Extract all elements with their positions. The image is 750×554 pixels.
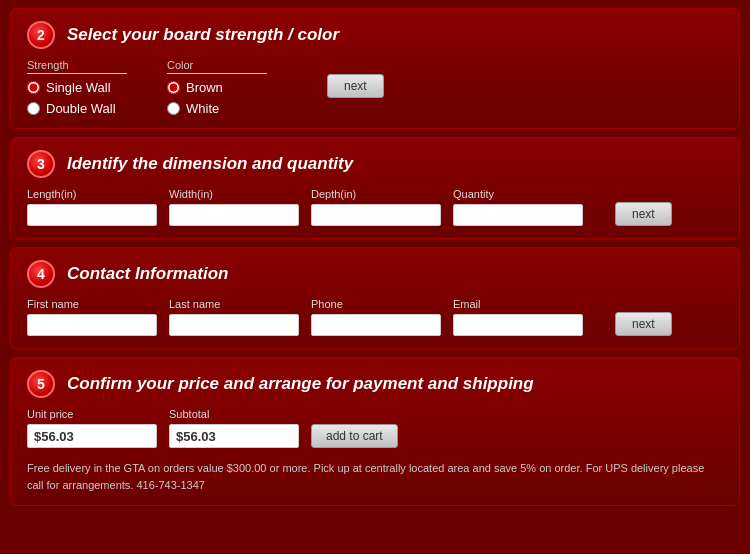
quantity-label: Quantity xyxy=(453,188,583,200)
section-5: 5 Confirm your price and arrange for pay… xyxy=(10,357,740,506)
section-3-next-button[interactable]: next xyxy=(615,202,672,226)
color-white-option[interactable]: White xyxy=(167,101,267,116)
subtotal-input[interactable] xyxy=(169,424,299,448)
depth-input[interactable] xyxy=(311,204,441,226)
firstname-input[interactable] xyxy=(27,314,157,336)
subtotal-group: Subtotal xyxy=(169,408,299,448)
section-2-header: 2 Select your board strength / color xyxy=(27,21,723,49)
color-white-radio[interactable] xyxy=(167,102,180,115)
section-4-fields: First name Last name Phone Email next xyxy=(27,298,723,336)
add-to-cart-button[interactable]: add to cart xyxy=(311,424,398,448)
section-4-title: Contact Information xyxy=(67,264,229,284)
lastname-label: Last name xyxy=(169,298,299,310)
step-badge-5: 5 xyxy=(27,370,55,398)
section-3: 3 Identify the dimension and quantity Le… xyxy=(10,137,740,239)
strength-double-wall-radio[interactable] xyxy=(27,102,40,115)
depth-field-group: Depth(in) xyxy=(311,188,441,226)
length-input[interactable] xyxy=(27,204,157,226)
section-4-header: 4 Contact Information xyxy=(27,260,723,288)
section-4-next-container: next xyxy=(595,312,672,336)
add-to-cart-container: add to cart xyxy=(311,424,398,448)
phone-field-group: Phone xyxy=(311,298,441,336)
color-brown-radio[interactable] xyxy=(167,81,180,94)
length-field-group: Length(in) xyxy=(27,188,157,226)
step-badge-2: 2 xyxy=(27,21,55,49)
unit-price-label: Unit price xyxy=(27,408,157,420)
firstname-label: First name xyxy=(27,298,157,310)
section-4-next-button[interactable]: next xyxy=(615,312,672,336)
strength-double-wall-option[interactable]: Double Wall xyxy=(27,101,127,116)
section-2-next-container: next xyxy=(307,59,384,116)
strength-single-wall-radio[interactable] xyxy=(27,81,40,94)
quantity-field-group: Quantity xyxy=(453,188,583,226)
length-label: Length(in) xyxy=(27,188,157,200)
color-label: Color xyxy=(167,59,267,74)
step-badge-4: 4 xyxy=(27,260,55,288)
lastname-input[interactable] xyxy=(169,314,299,336)
section-4: 4 Contact Information First name Last na… xyxy=(10,247,740,349)
width-label: Width(in) xyxy=(169,188,299,200)
strength-label: Strength xyxy=(27,59,127,74)
depth-label: Depth(in) xyxy=(311,188,441,200)
phone-input[interactable] xyxy=(311,314,441,336)
lastname-field-group: Last name xyxy=(169,298,299,336)
strength-radio-group: Single Wall Double Wall xyxy=(27,80,127,116)
section-3-header: 3 Identify the dimension and quantity xyxy=(27,150,723,178)
price-fields: Unit price Subtotal add to cart xyxy=(27,408,723,448)
color-radio-group: Brown White xyxy=(167,80,267,116)
email-label: Email xyxy=(453,298,583,310)
section-3-next-container: next xyxy=(595,202,672,226)
unit-price-input[interactable] xyxy=(27,424,157,448)
section-2-title: Select your board strength / color xyxy=(67,25,339,45)
section-5-title: Confirm your price and arrange for payme… xyxy=(67,374,534,394)
quantity-input[interactable] xyxy=(453,204,583,226)
strength-color-columns: Strength Single Wall Double Wall Color B… xyxy=(27,59,723,116)
phone-label: Phone xyxy=(311,298,441,310)
strength-double-wall-label: Double Wall xyxy=(46,101,116,116)
section-3-title: Identify the dimension and quantity xyxy=(67,154,353,174)
strength-single-wall-option[interactable]: Single Wall xyxy=(27,80,127,95)
email-input[interactable] xyxy=(453,314,583,336)
section-2: 2 Select your board strength / color Str… xyxy=(10,8,740,129)
email-field-group: Email xyxy=(453,298,583,336)
color-brown-option[interactable]: Brown xyxy=(167,80,267,95)
strength-single-wall-label: Single Wall xyxy=(46,80,111,95)
unit-price-group: Unit price xyxy=(27,408,157,448)
color-brown-label: Brown xyxy=(186,80,223,95)
color-white-label: White xyxy=(186,101,219,116)
width-field-group: Width(in) xyxy=(169,188,299,226)
firstname-field-group: First name xyxy=(27,298,157,336)
width-input[interactable] xyxy=(169,204,299,226)
section-3-fields: Length(in) Width(in) Depth(in) Quantity … xyxy=(27,188,723,226)
section-2-next-button[interactable]: next xyxy=(327,74,384,98)
strength-column: Strength Single Wall Double Wall xyxy=(27,59,127,116)
subtotal-label: Subtotal xyxy=(169,408,299,420)
section-5-header: 5 Confirm your price and arrange for pay… xyxy=(27,370,723,398)
color-column: Color Brown White xyxy=(167,59,267,116)
step-badge-3: 3 xyxy=(27,150,55,178)
delivery-note: Free delivery in the GTA on orders value… xyxy=(27,460,723,493)
